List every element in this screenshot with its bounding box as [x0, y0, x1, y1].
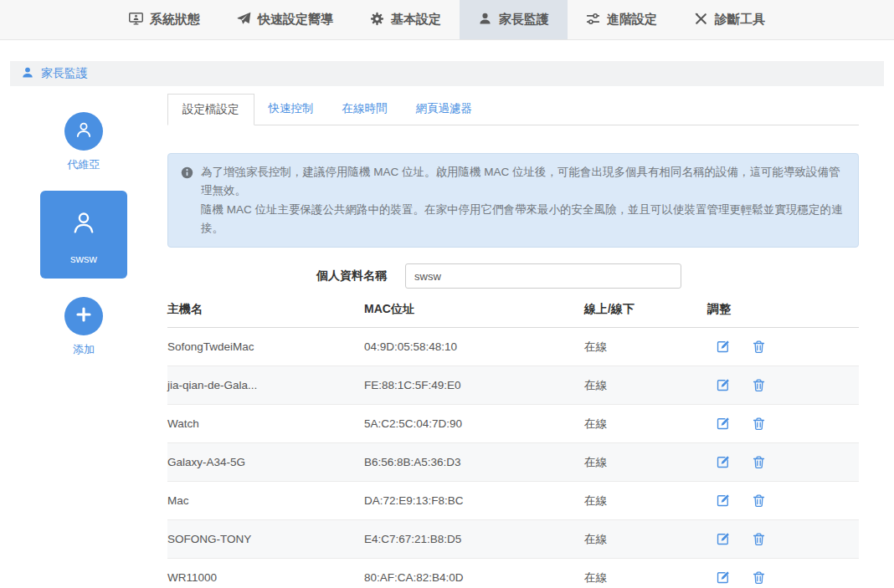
- host-name: SofongTwdeiMac: [167, 340, 364, 353]
- mac-address: B6:56:8B:A5:36:D3: [364, 456, 584, 468]
- nav-item-diagnostic-tools[interactable]: 診斷工具: [676, 0, 784, 39]
- edit-icon[interactable]: [716, 340, 730, 354]
- edit-icon[interactable]: [716, 570, 730, 585]
- delete-icon[interactable]: [752, 570, 766, 585]
- delete-icon[interactable]: [752, 532, 766, 546]
- online-status: 在線: [584, 493, 707, 509]
- mac-address: E4:C7:67:21:B8:D5: [364, 533, 584, 545]
- row-actions: [707, 378, 859, 392]
- table-row: SofongTwdeiMac 04:9D:05:58:48:10 在線: [167, 328, 859, 366]
- host-name: Galaxy-A34-5G: [167, 456, 364, 468]
- tab-bar: 設定檔設定 快速控制 在線時間 網頁過濾器: [167, 94, 859, 125]
- person-icon: [21, 66, 34, 82]
- device-table-body: SofongTwdeiMac 04:9D:05:58:48:10 在線 jia-…: [167, 328, 859, 588]
- delete-icon[interactable]: [752, 455, 766, 469]
- plus-icon: [74, 304, 94, 328]
- online-status: 在線: [584, 340, 707, 355]
- online-status: 在線: [584, 532, 707, 547]
- profile-item[interactable]: 代維亞: [64, 112, 103, 172]
- device-table: 主機名 MAC位址 線上/線下 調整 SofongTwdeiMac 04:9D:…: [167, 302, 859, 588]
- edit-icon[interactable]: [716, 378, 730, 392]
- person-icon: [478, 12, 492, 28]
- mac-address: FE:88:1C:5F:49:E0: [364, 379, 584, 391]
- profile-name: swsw: [70, 253, 97, 265]
- row-actions: [707, 532, 859, 546]
- profile-name: 代維亞: [68, 157, 100, 172]
- tab-quick-control[interactable]: 快速控制: [254, 94, 328, 125]
- nav-item-label: 快速設定嚮導: [258, 12, 333, 28]
- edit-icon[interactable]: [716, 493, 730, 508]
- avatar: [64, 112, 103, 151]
- info-icon: [181, 163, 193, 238]
- nav-item-label: 進階設定: [607, 12, 657, 28]
- mac-address: 5A:C2:5C:04:7D:90: [364, 417, 584, 430]
- delete-icon[interactable]: [752, 493, 766, 508]
- delete-icon[interactable]: [752, 378, 766, 392]
- online-status: 在線: [584, 417, 707, 432]
- tab-web-filter[interactable]: 網頁過濾器: [402, 94, 487, 125]
- table-row: Watch 5A:C2:5C:04:7D:90 在線: [167, 405, 859, 443]
- host-name: WR11000: [167, 571, 364, 584]
- online-status: 在線: [584, 570, 707, 585]
- profile-name-label: 個人資料名稱: [167, 268, 387, 284]
- profile-item-selected[interactable]: swsw: [40, 191, 127, 279]
- page-header: 家長監護: [10, 61, 884, 86]
- nav-item-label: 系統狀態: [150, 12, 200, 28]
- avatar: [64, 297, 103, 335]
- add-profile-button[interactable]: 添加: [64, 297, 103, 357]
- mac-address: 80:AF:CA:82:B4:0D: [364, 571, 584, 584]
- table-row: Mac DA:72:E9:13:F8:BC 在線: [167, 482, 859, 520]
- host-name: Watch: [167, 417, 364, 430]
- row-actions: [707, 417, 859, 431]
- edit-icon[interactable]: [716, 455, 730, 469]
- edit-icon[interactable]: [716, 417, 730, 431]
- mac-address: DA:72:E9:13:F8:BC: [364, 494, 584, 507]
- host-name: jia-qian-de-Gala...: [167, 379, 364, 391]
- profile-name-input[interactable]: [405, 263, 681, 289]
- content-area: 設定檔設定 快速控制 在線時間 網頁過濾器 為了增強家長控制，建議停用隨機 MA…: [167, 94, 859, 588]
- row-actions: [707, 340, 859, 354]
- top-nav: 系統狀態 快速設定嚮導 基本設定: [0, 0, 894, 40]
- table-row: Galaxy-A34-5G B6:56:8B:A5:36:D3 在線: [167, 443, 859, 482]
- row-actions: [707, 455, 859, 469]
- nav-item-label: 基本設定: [391, 12, 441, 28]
- main-area: 代維亞 swsw 添加: [0, 94, 894, 588]
- host-name: SOFONG-TONY: [167, 533, 364, 545]
- row-actions: [707, 570, 859, 585]
- page-title: 家長監護: [41, 66, 88, 81]
- nav-item-label: 診斷工具: [715, 12, 765, 28]
- row-actions: [707, 493, 859, 508]
- edit-icon[interactable]: [716, 532, 730, 546]
- nav-item-quick-setup[interactable]: 快速設定嚮導: [218, 0, 352, 39]
- alert-text: 為了增強家長控制，建議停用隨機 MAC 位址。啟用隨機 MAC 位址後，可能會出…: [201, 163, 845, 238]
- online-status: 在線: [584, 378, 707, 393]
- person-icon: [69, 208, 98, 240]
- header-mac: MAC位址: [364, 302, 584, 317]
- system-status-icon: [129, 12, 143, 28]
- online-status: 在線: [584, 455, 707, 470]
- tab-profile-settings[interactable]: 設定檔設定: [167, 94, 254, 125]
- header-adjust: 調整: [707, 302, 859, 317]
- header-status: 線上/線下: [584, 302, 707, 317]
- nav-item-basic-settings[interactable]: 基本設定: [352, 0, 460, 39]
- delete-icon[interactable]: [752, 340, 766, 354]
- table-row: SOFONG-TONY E4:C7:67:21:B8:D5 在線: [167, 520, 859, 559]
- gear-icon: [370, 12, 384, 28]
- nav-item-system-status[interactable]: 系統狀態: [110, 0, 218, 39]
- table-row: jia-qian-de-Gala... FE:88:1C:5F:49:E0 在線: [167, 366, 859, 405]
- delete-icon[interactable]: [752, 417, 766, 431]
- host-name: Mac: [167, 494, 364, 507]
- info-alert: 為了增強家長控制，建議停用隨機 MAC 位址。啟用隨機 MAC 位址後，可能會出…: [167, 153, 859, 248]
- table-row: WR11000 80:AF:CA:82:B4:0D 在線: [167, 559, 859, 588]
- nav-item-parental-control[interactable]: 家長監護: [460, 0, 568, 39]
- nav-item-advanced-settings[interactable]: 進階設定: [568, 0, 676, 39]
- header-hostname: 主機名: [167, 302, 364, 317]
- person-icon: [74, 120, 94, 143]
- alert-line-1: 為了增強家長控制，建議停用隨機 MAC 位址。啟用隨機 MAC 位址後，可能會出…: [201, 163, 845, 201]
- sliders-icon: [586, 12, 600, 28]
- profile-name-form-row: 個人資料名稱: [167, 263, 859, 289]
- tab-online-time[interactable]: 在線時間: [328, 94, 402, 125]
- alert-line-2: 隨機 MAC 位址主要保護公共網路中的裝置。在家中停用它們會帶來最小的安全風險，…: [201, 201, 845, 238]
- device-table-header: 主機名 MAC位址 線上/線下 調整: [167, 302, 859, 328]
- mac-address: 04:9D:05:58:48:10: [364, 340, 584, 353]
